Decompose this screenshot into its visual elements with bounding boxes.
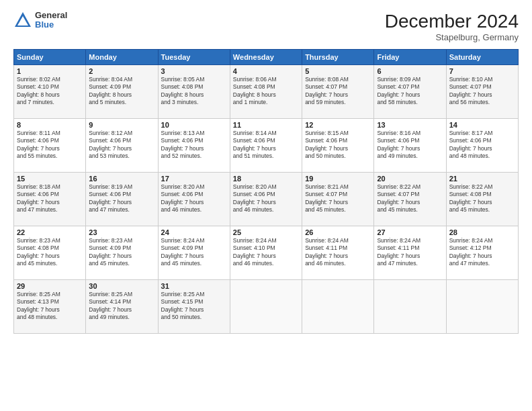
calendar-cell <box>446 280 518 334</box>
calendar-cell: 2Sunrise: 8:04 AM Sunset: 4:09 PM Daylig… <box>86 65 158 119</box>
day-detail: Sunrise: 8:22 AM Sunset: 4:07 PM Dayligh… <box>377 183 443 214</box>
day-detail: Sunrise: 8:08 AM Sunset: 4:07 PM Dayligh… <box>305 76 371 107</box>
day-detail: Sunrise: 8:25 AM Sunset: 4:13 PM Dayligh… <box>17 291 83 322</box>
day-number: 24 <box>161 228 227 236</box>
calendar-cell: 20Sunrise: 8:22 AM Sunset: 4:07 PM Dayli… <box>374 173 446 226</box>
calendar-cell: 29Sunrise: 8:25 AM Sunset: 4:13 PM Dayli… <box>14 280 86 334</box>
calendar-cell: 26Sunrise: 8:24 AM Sunset: 4:11 PM Dayli… <box>302 226 374 280</box>
calendar-cell: 3Sunrise: 8:05 AM Sunset: 4:08 PM Daylig… <box>158 65 230 119</box>
calendar-week-2: 8Sunrise: 8:11 AM Sunset: 4:06 PM Daylig… <box>14 119 519 173</box>
calendar-cell: 7Sunrise: 8:10 AM Sunset: 4:07 PM Daylig… <box>446 65 518 119</box>
calendar-cell: 22Sunrise: 8:23 AM Sunset: 4:08 PM Dayli… <box>14 226 86 280</box>
day-number: 3 <box>161 67 227 75</box>
calendar-cell: 13Sunrise: 8:16 AM Sunset: 4:06 PM Dayli… <box>374 119 446 173</box>
day-number: 27 <box>377 228 443 236</box>
day-detail: Sunrise: 8:20 AM Sunset: 4:06 PM Dayligh… <box>233 183 299 214</box>
day-detail: Sunrise: 8:24 AM Sunset: 4:12 PM Dayligh… <box>449 237 515 268</box>
day-number: 15 <box>17 175 83 183</box>
day-detail: Sunrise: 8:24 AM Sunset: 4:11 PM Dayligh… <box>305 237 371 268</box>
calendar-cell: 21Sunrise: 8:22 AM Sunset: 4:08 PM Dayli… <box>446 173 518 226</box>
header-row: Sunday Monday Tuesday Wednesday Thursday… <box>14 50 519 65</box>
day-detail: Sunrise: 8:11 AM Sunset: 4:06 PM Dayligh… <box>17 130 83 161</box>
day-detail: Sunrise: 8:20 AM Sunset: 4:06 PM Dayligh… <box>161 183 227 214</box>
logo-general-label: General <box>35 11 67 20</box>
col-friday: Friday <box>374 50 446 65</box>
month-title: December 2024 <box>385 11 519 32</box>
logo-icon <box>13 11 32 30</box>
calendar-cell: 19Sunrise: 8:21 AM Sunset: 4:07 PM Dayli… <box>302 173 374 226</box>
day-number: 2 <box>89 67 154 75</box>
calendar-cell: 28Sunrise: 8:24 AM Sunset: 4:12 PM Dayli… <box>446 226 518 280</box>
calendar-cell: 17Sunrise: 8:20 AM Sunset: 4:06 PM Dayli… <box>158 173 230 226</box>
logo-text: General Blue <box>35 11 67 30</box>
day-number: 5 <box>305 67 371 75</box>
day-number: 20 <box>377 175 443 183</box>
day-detail: Sunrise: 8:18 AM Sunset: 4:06 PM Dayligh… <box>17 183 83 214</box>
calendar-body: 1Sunrise: 8:02 AM Sunset: 4:10 PM Daylig… <box>14 65 519 334</box>
day-number: 18 <box>233 175 299 183</box>
calendar-cell: 10Sunrise: 8:13 AM Sunset: 4:06 PM Dayli… <box>158 119 230 173</box>
day-number: 1 <box>17 67 83 75</box>
calendar-header: Sunday Monday Tuesday Wednesday Thursday… <box>14 50 519 65</box>
calendar-week-4: 22Sunrise: 8:23 AM Sunset: 4:08 PM Dayli… <box>14 226 519 280</box>
day-number: 10 <box>161 121 227 129</box>
logo-blue-label: Blue <box>35 20 67 30</box>
day-detail: Sunrise: 8:19 AM Sunset: 4:06 PM Dayligh… <box>89 183 154 214</box>
calendar-cell: 5Sunrise: 8:08 AM Sunset: 4:07 PM Daylig… <box>302 65 374 119</box>
day-number: 17 <box>161 175 227 183</box>
calendar-cell <box>374 280 446 334</box>
day-detail: Sunrise: 8:22 AM Sunset: 4:08 PM Dayligh… <box>449 183 515 214</box>
col-wednesday: Wednesday <box>230 50 302 65</box>
col-tuesday: Tuesday <box>158 50 230 65</box>
calendar-week-1: 1Sunrise: 8:02 AM Sunset: 4:10 PM Daylig… <box>14 65 519 119</box>
calendar-cell: 8Sunrise: 8:11 AM Sunset: 4:06 PM Daylig… <box>14 119 86 173</box>
calendar-cell <box>302 280 374 334</box>
col-saturday: Saturday <box>446 50 518 65</box>
day-number: 30 <box>89 282 154 290</box>
day-detail: Sunrise: 8:23 AM Sunset: 4:08 PM Dayligh… <box>17 237 83 268</box>
day-number: 28 <box>449 228 515 236</box>
day-detail: Sunrise: 8:09 AM Sunset: 4:07 PM Dayligh… <box>377 76 443 107</box>
calendar-cell: 30Sunrise: 8:25 AM Sunset: 4:14 PM Dayli… <box>86 280 158 334</box>
day-detail: Sunrise: 8:17 AM Sunset: 4:06 PM Dayligh… <box>449 130 515 161</box>
day-number: 19 <box>305 175 371 183</box>
header: General Blue December 2024 Stapelburg, G… <box>13 11 519 42</box>
calendar-cell: 9Sunrise: 8:12 AM Sunset: 4:06 PM Daylig… <box>86 119 158 173</box>
day-detail: Sunrise: 8:10 AM Sunset: 4:07 PM Dayligh… <box>449 76 515 107</box>
day-number: 26 <box>305 228 371 236</box>
day-detail: Sunrise: 8:21 AM Sunset: 4:07 PM Dayligh… <box>305 183 371 214</box>
col-monday: Monday <box>86 50 158 65</box>
day-detail: Sunrise: 8:02 AM Sunset: 4:10 PM Dayligh… <box>17 76 83 107</box>
day-detail: Sunrise: 8:13 AM Sunset: 4:06 PM Dayligh… <box>161 130 227 161</box>
col-thursday: Thursday <box>302 50 374 65</box>
day-number: 29 <box>17 282 83 290</box>
day-detail: Sunrise: 8:06 AM Sunset: 4:08 PM Dayligh… <box>233 76 299 107</box>
calendar-cell: 24Sunrise: 8:24 AM Sunset: 4:09 PM Dayli… <box>158 226 230 280</box>
day-detail: Sunrise: 8:24 AM Sunset: 4:10 PM Dayligh… <box>233 237 299 268</box>
calendar-cell: 18Sunrise: 8:20 AM Sunset: 4:06 PM Dayli… <box>230 173 302 226</box>
calendar-cell: 11Sunrise: 8:14 AM Sunset: 4:06 PM Dayli… <box>230 119 302 173</box>
day-detail: Sunrise: 8:12 AM Sunset: 4:06 PM Dayligh… <box>89 130 154 161</box>
day-number: 14 <box>449 121 515 129</box>
day-detail: Sunrise: 8:14 AM Sunset: 4:06 PM Dayligh… <box>233 130 299 161</box>
calendar-cell: 23Sunrise: 8:23 AM Sunset: 4:09 PM Dayli… <box>86 226 158 280</box>
calendar-cell: 6Sunrise: 8:09 AM Sunset: 4:07 PM Daylig… <box>374 65 446 119</box>
day-number: 22 <box>17 228 83 236</box>
calendar-cell <box>230 280 302 334</box>
day-number: 7 <box>449 67 515 75</box>
title-area: December 2024 Stapelburg, Germany <box>385 11 519 42</box>
day-number: 21 <box>449 175 515 183</box>
day-number: 8 <box>17 121 83 129</box>
day-detail: Sunrise: 8:24 AM Sunset: 4:09 PM Dayligh… <box>161 237 227 268</box>
calendar-cell: 4Sunrise: 8:06 AM Sunset: 4:08 PM Daylig… <box>230 65 302 119</box>
day-detail: Sunrise: 8:16 AM Sunset: 4:06 PM Dayligh… <box>377 130 443 161</box>
calendar-cell: 12Sunrise: 8:15 AM Sunset: 4:06 PM Dayli… <box>302 119 374 173</box>
col-sunday: Sunday <box>14 50 86 65</box>
calendar-cell: 14Sunrise: 8:17 AM Sunset: 4:06 PM Dayli… <box>446 119 518 173</box>
day-number: 13 <box>377 121 443 129</box>
day-detail: Sunrise: 8:25 AM Sunset: 4:14 PM Dayligh… <box>89 291 154 322</box>
day-number: 4 <box>233 67 299 75</box>
day-detail: Sunrise: 8:05 AM Sunset: 4:08 PM Dayligh… <box>161 76 227 107</box>
day-number: 12 <box>305 121 371 129</box>
day-number: 25 <box>233 228 299 236</box>
